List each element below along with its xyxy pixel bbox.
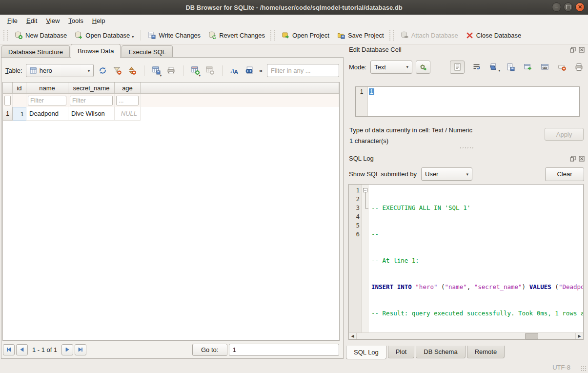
write-changes-button[interactable]: Write Changes bbox=[144, 29, 204, 41]
sql-log-controls: Show SQL submitted by User ▾ Clear bbox=[349, 167, 584, 181]
filter-input-age[interactable] bbox=[116, 96, 139, 105]
filter-any-input[interactable] bbox=[267, 64, 339, 77]
save-project-button[interactable]: Save Project bbox=[333, 29, 388, 41]
open-project-button[interactable]: Open Project bbox=[278, 29, 333, 41]
close-button[interactable]: ✕ bbox=[575, 2, 585, 12]
open-database-dropdown-arrow[interactable]: ▾ bbox=[132, 35, 134, 39]
toolbar-drag-handle[interactable] bbox=[270, 30, 275, 41]
sql-fold-margin[interactable] bbox=[362, 185, 369, 332]
table-combobox[interactable]: hero ▾ bbox=[26, 64, 94, 77]
clear-filters-button[interactable] bbox=[112, 64, 123, 77]
scroll-right-arrow[interactable]: ▶ bbox=[575, 333, 583, 339]
new-database-button[interactable]: New Database bbox=[11, 29, 71, 41]
chevron-down-icon: ▾ bbox=[88, 68, 90, 73]
scrollbar-thumb[interactable] bbox=[525, 333, 538, 339]
document-icon bbox=[454, 63, 461, 71]
copy-link-button[interactable] bbox=[539, 61, 550, 73]
find-in-table-button[interactable] bbox=[243, 64, 255, 77]
refresh-button[interactable] bbox=[97, 64, 108, 77]
fold-collapse-icon[interactable] bbox=[363, 188, 367, 192]
column-header-age[interactable]: age bbox=[115, 83, 141, 94]
toolbar-drag-handle[interactable] bbox=[389, 30, 394, 41]
menu-view[interactable]: View bbox=[41, 16, 64, 26]
window-title: DB Browser for SQLite - /home/user/code/… bbox=[185, 4, 402, 11]
set-null-button[interactable] bbox=[556, 61, 567, 73]
tab-browse-data[interactable]: Browse Data bbox=[71, 44, 121, 58]
last-record-button[interactable] bbox=[75, 344, 86, 355]
text-mode-toggle[interactable] bbox=[450, 61, 465, 74]
filter-input-secret-name[interactable] bbox=[70, 96, 113, 105]
toolbar-overflow-chevron[interactable]: » bbox=[259, 67, 263, 74]
maximize-button[interactable] bbox=[564, 2, 573, 12]
edit-display-format-button[interactable]: A A bbox=[229, 64, 240, 77]
float-dock-button[interactable] bbox=[569, 155, 576, 162]
goto-label: Go to: bbox=[201, 346, 218, 353]
print-cell-button[interactable] bbox=[573, 61, 584, 73]
clear-sorting-button[interactable] bbox=[126, 64, 138, 77]
menu-edit[interactable]: Edit bbox=[22, 16, 41, 26]
grid-corner-cell[interactable] bbox=[3, 83, 13, 94]
encoding-indicator[interactable]: UTF-8 bbox=[552, 364, 570, 371]
cell-id[interactable]: 1 bbox=[13, 107, 26, 121]
menu-tools[interactable]: Tools bbox=[64, 16, 87, 26]
resize-grip[interactable] bbox=[581, 366, 587, 372]
cell-editor[interactable]: 1 1 bbox=[355, 86, 580, 117]
dock-splitter-handle[interactable] bbox=[459, 146, 474, 149]
toolbar-drag-handle[interactable] bbox=[3, 30, 8, 41]
close-database-button[interactable]: Close Database bbox=[462, 30, 526, 41]
filter-input-name[interactable] bbox=[28, 96, 66, 105]
apply-label: Apply bbox=[556, 131, 572, 138]
previous-record-button[interactable] bbox=[16, 344, 28, 355]
next-record-button[interactable] bbox=[61, 344, 73, 355]
auto-switch-mode-button[interactable] bbox=[416, 61, 430, 74]
insert-record-dropdown-arrow[interactable]: ▾ bbox=[199, 74, 201, 78]
first-record-button[interactable] bbox=[3, 344, 15, 355]
tab-database-structure[interactable]: Database Structure bbox=[1, 45, 70, 58]
dock-tab-db-schema[interactable]: DB Schema bbox=[416, 346, 465, 358]
open-in-external-button[interactable] bbox=[522, 61, 533, 73]
save-table-dropdown-arrow[interactable]: ▾ bbox=[160, 74, 162, 78]
cell-secret-name[interactable]: Dive Wilson bbox=[68, 107, 115, 121]
goto-input[interactable] bbox=[229, 344, 339, 356]
sql-log-editor[interactable]: 1 2 3 4 5 6 -- EXECUTING ALL IN 'SQL 1' bbox=[348, 184, 584, 340]
save-table-button[interactable]: ▾ bbox=[151, 64, 162, 77]
cell-age[interactable]: NULL bbox=[115, 107, 141, 121]
menu-help[interactable]: Help bbox=[88, 16, 110, 26]
import-cell-data-button[interactable]: ▾ bbox=[488, 61, 499, 73]
row-header[interactable]: 1 bbox=[3, 107, 13, 121]
minimize-button[interactable]: − bbox=[552, 2, 561, 12]
close-dock-button[interactable] bbox=[578, 46, 585, 53]
float-dock-button[interactable] bbox=[569, 46, 576, 53]
record-navbar: 1 - 1 of 1 Go to: bbox=[3, 343, 339, 356]
tab-execute-sql[interactable]: Execute SQL bbox=[122, 45, 173, 58]
revert-changes-button[interactable]: Revert Changes bbox=[204, 29, 269, 41]
insert-record-button[interactable]: ▾ bbox=[190, 64, 201, 77]
previous-record-icon bbox=[19, 347, 25, 352]
goto-button[interactable]: Go to: bbox=[192, 344, 227, 356]
word-wrap-button[interactable] bbox=[471, 61, 482, 73]
filter-input-id[interactable] bbox=[4, 96, 11, 105]
close-dock-button[interactable] bbox=[578, 155, 585, 162]
menu-file[interactable]: File bbox=[3, 16, 22, 26]
cell-name[interactable]: Deadpond bbox=[26, 107, 68, 121]
mode-combobox[interactable]: Text ▾ bbox=[370, 61, 412, 74]
sql-source-combobox[interactable]: User ▾ bbox=[421, 167, 472, 181]
import-dropdown-arrow[interactable]: ▾ bbox=[498, 69, 500, 73]
column-header-id[interactable]: id bbox=[13, 83, 26, 94]
dock-tab-plot[interactable]: Plot bbox=[388, 346, 414, 358]
column-header-secret-name[interactable]: secret_name bbox=[68, 83, 115, 94]
titlebar[interactable]: DB Browser for SQLite - /home/user/code/… bbox=[0, 0, 588, 15]
cell-editor-line-number: 1 bbox=[356, 87, 368, 116]
open-database-button[interactable]: Open Database ▾ bbox=[71, 29, 138, 41]
column-header-name[interactable]: name bbox=[26, 83, 68, 94]
horizontal-scrollbar[interactable]: ◀ ▶ bbox=[349, 332, 583, 339]
scrollbar-track[interactable] bbox=[357, 333, 575, 339]
cell-editor-content[interactable]: 1 bbox=[368, 87, 375, 116]
dock-tab-remote[interactable]: Remote bbox=[467, 346, 505, 358]
browse-toolbar-separator bbox=[222, 65, 223, 76]
print-table-button[interactable] bbox=[165, 64, 177, 77]
scroll-left-arrow[interactable]: ◀ bbox=[349, 333, 357, 339]
dock-tab-sql-log[interactable]: SQL Log bbox=[346, 346, 386, 359]
export-cell-data-button[interactable] bbox=[505, 61, 516, 73]
clear-log-button[interactable]: Clear bbox=[545, 167, 584, 181]
